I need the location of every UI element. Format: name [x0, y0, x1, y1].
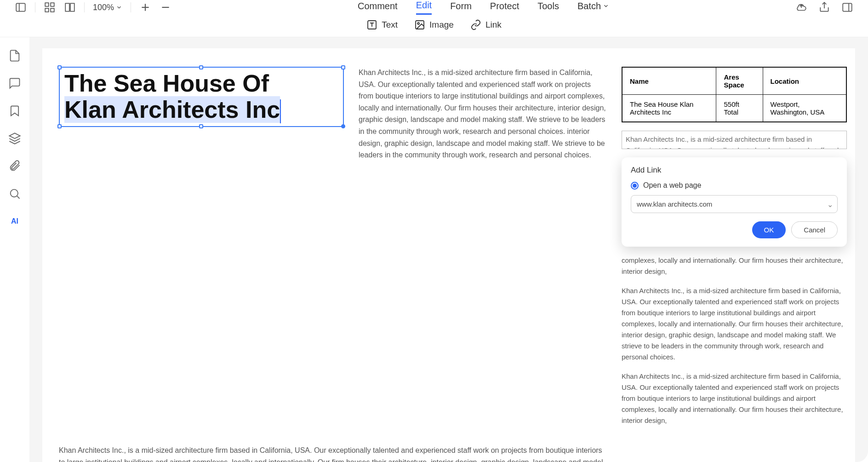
svg-line-19	[17, 196, 20, 199]
grid-icon[interactable]	[44, 1, 56, 13]
svg-rect-3	[51, 3, 54, 6]
tab-batch[interactable]: Batch	[577, 0, 609, 15]
layers-icon[interactable]	[8, 132, 21, 145]
tab-edit[interactable]: Edit	[416, 0, 432, 15]
svg-rect-5	[51, 8, 54, 12]
radio-icon[interactable]	[631, 182, 639, 190]
tool-link[interactable]: Link	[470, 19, 502, 30]
paragraph[interactable]: Khan Architects Inc., is a mid-sized arc…	[622, 285, 847, 363]
tab-tools[interactable]: Tools	[537, 0, 559, 15]
svg-point-18	[11, 190, 18, 197]
comment-icon[interactable]	[8, 77, 21, 90]
zoom-in-icon[interactable]	[139, 1, 151, 13]
resize-handle[interactable]	[199, 65, 203, 69]
popover-title: Add Link	[631, 166, 838, 175]
paragraph[interactable]: Khan Architects Inc., is a mid-sized arc…	[359, 67, 607, 426]
share-icon[interactable]	[818, 1, 830, 13]
paragraph[interactable]: complexes, locally and internationally. …	[622, 255, 847, 277]
radio-open-web-page[interactable]: Open a web page	[631, 181, 838, 190]
tool-image[interactable]: Image	[414, 19, 454, 30]
search-icon[interactable]	[8, 187, 21, 200]
zoom-level[interactable]: 100%	[93, 3, 122, 12]
title-line-2: Klan Architects Inc	[64, 96, 280, 123]
paragraph[interactable]: Khan Architects Inc., is a mid-sized arc…	[59, 446, 603, 462]
table-cell: The Sea House Klan Architects Inc	[622, 95, 716, 122]
bookmark-icon[interactable]	[8, 104, 21, 117]
panel-right-icon[interactable]	[841, 1, 853, 13]
info-table[interactable]: Name Ares Space Location The Sea House K…	[622, 67, 847, 122]
cancel-button[interactable]: Cancel	[791, 221, 838, 238]
svg-point-16	[417, 23, 419, 24]
top-toolbar: 100% Comment Edit Form Protect Tools Bat…	[0, 0, 868, 15]
svg-marker-17	[9, 133, 20, 139]
table-cell: 550ft Total	[716, 95, 763, 122]
left-sidebar: AI	[0, 37, 29, 462]
link-selection-text[interactable]: Khan Architects Inc., is a mid-sized arc…	[622, 131, 847, 149]
table-header: Location	[763, 67, 846, 95]
ok-button[interactable]: OK	[752, 221, 786, 238]
title-line-1: The Sea House Of	[64, 70, 269, 97]
tool-text[interactable]: Text	[366, 19, 398, 30]
panel-toggle-icon[interactable]	[15, 1, 27, 13]
resize-handle[interactable]	[57, 124, 62, 128]
page-icon[interactable]	[8, 49, 21, 62]
document-canvas[interactable]: The Sea House Of Klan Architects Inc Kha…	[29, 37, 868, 462]
divider	[131, 2, 131, 12]
tab-form[interactable]: Form	[450, 0, 472, 15]
resize-handle[interactable]	[341, 124, 345, 128]
cloud-upload-icon[interactable]	[795, 1, 807, 13]
paragraph[interactable]: Khan Architects Inc., is a mid-sized arc…	[622, 371, 847, 426]
divider	[35, 2, 35, 12]
svg-rect-12	[843, 3, 852, 11]
tab-comment[interactable]: Comment	[358, 0, 398, 15]
table-header: Name	[622, 67, 716, 95]
svg-rect-6	[65, 3, 69, 11]
table-cell: Westport, Washington, USA	[763, 95, 846, 122]
svg-rect-0	[16, 3, 25, 11]
resize-handle[interactable]	[57, 65, 62, 69]
sub-toolbar: Text Image Link	[0, 15, 868, 37]
svg-rect-2	[45, 3, 49, 6]
divider	[84, 2, 85, 12]
title-text-box[interactable]: The Sea House Of Klan Architects Inc	[59, 67, 344, 127]
attachment-icon[interactable]	[8, 160, 21, 173]
zoom-out-icon[interactable]	[160, 1, 171, 13]
add-link-popover: Add Link Open a web page ⌄ OK Cancel	[622, 157, 847, 247]
resize-handle[interactable]	[199, 124, 203, 128]
tab-protect[interactable]: Protect	[490, 0, 519, 15]
url-input[interactable]	[631, 195, 838, 213]
chevron-down-icon[interactable]: ⌄	[827, 200, 833, 208]
svg-rect-4	[45, 8, 49, 12]
ai-icon[interactable]: AI	[8, 215, 21, 228]
resize-handle[interactable]	[341, 65, 345, 69]
svg-rect-7	[70, 3, 74, 11]
table-header: Ares Space	[716, 67, 763, 95]
text-cursor	[280, 99, 281, 123]
two-page-icon[interactable]	[64, 1, 76, 13]
